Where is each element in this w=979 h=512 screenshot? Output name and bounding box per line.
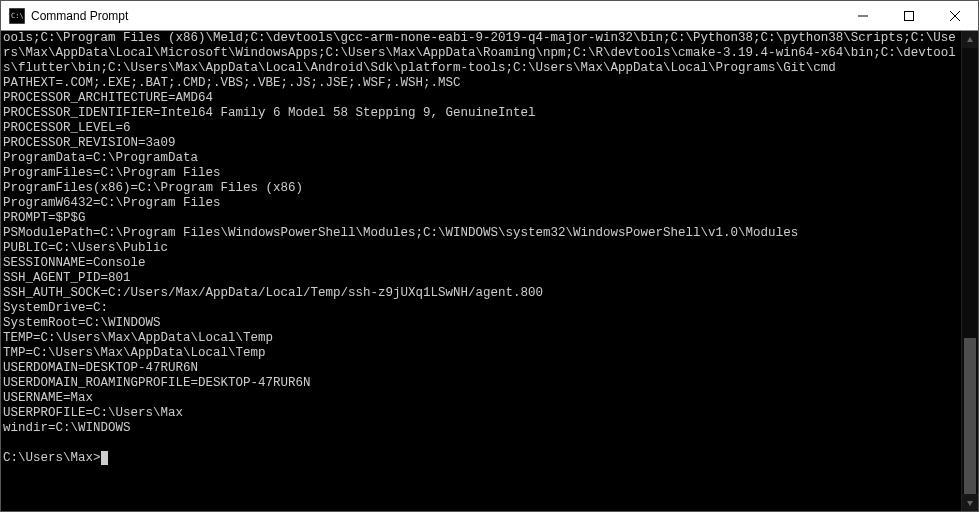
terminal-line: PROCESSOR_IDENTIFIER=Intel64 Family 6 Mo… bbox=[3, 106, 959, 121]
terminal-line: SSH_AGENT_PID=801 bbox=[3, 271, 959, 286]
svg-rect-4 bbox=[905, 11, 914, 20]
svg-marker-8 bbox=[967, 501, 973, 506]
command-prompt-window: C:\ Command Prompt ools;C:\Program Files… bbox=[0, 0, 979, 512]
terminal-line: SystemRoot=C:\WINDOWS bbox=[3, 316, 959, 331]
cmd-icon: C:\ bbox=[9, 8, 25, 24]
terminal-line: USERNAME=Max bbox=[3, 391, 959, 406]
terminal-line: SSH_AUTH_SOCK=C:/Users/Max/AppData/Local… bbox=[3, 286, 959, 301]
terminal-line: SystemDrive=C: bbox=[3, 301, 959, 316]
vertical-scrollbar[interactable] bbox=[961, 31, 978, 511]
terminal-line: PROCESSOR_ARCHITECTURE=AMD64 bbox=[3, 91, 959, 106]
terminal-line bbox=[3, 436, 959, 451]
window-controls bbox=[840, 1, 978, 30]
terminal-line: PUBLIC=C:\Users\Public bbox=[3, 241, 959, 256]
titlebar[interactable]: C:\ Command Prompt bbox=[1, 1, 978, 31]
svg-text:C:\: C:\ bbox=[11, 12, 24, 20]
terminal-line: ProgramFiles=C:\Program Files bbox=[3, 166, 959, 181]
terminal-line: ProgramFiles(x86)=C:\Program Files (x86) bbox=[3, 181, 959, 196]
terminal-line: TEMP=C:\Users\Max\AppData\Local\Temp bbox=[3, 331, 959, 346]
terminal-line: ProgramW6432=C:\Program Files bbox=[3, 196, 959, 211]
terminal-line: PATHEXT=.COM;.EXE;.BAT;.CMD;.VBS;.VBE;.J… bbox=[3, 76, 959, 91]
scroll-down-button[interactable] bbox=[962, 494, 978, 511]
prompt-line[interactable]: C:\Users\Max> bbox=[3, 451, 959, 466]
terminal-line: USERDOMAIN_ROAMINGPROFILE=DESKTOP-47RUR6… bbox=[3, 376, 959, 391]
close-button[interactable] bbox=[932, 1, 978, 30]
maximize-button[interactable] bbox=[886, 1, 932, 30]
terminal-line: ProgramData=C:\ProgramData bbox=[3, 151, 959, 166]
scrollbar-thumb[interactable] bbox=[964, 338, 976, 494]
scrollbar-track[interactable] bbox=[962, 48, 978, 494]
terminal-line: TMP=C:\Users\Max\AppData\Local\Temp bbox=[3, 346, 959, 361]
terminal-output[interactable]: ools;C:\Program Files (x86)\Meld;C:\devt… bbox=[1, 31, 961, 511]
terminal-line: SESSIONNAME=Console bbox=[3, 256, 959, 271]
terminal-line: PSModulePath=C:\Program Files\WindowsPow… bbox=[3, 226, 959, 241]
terminal-line: PROCESSOR_LEVEL=6 bbox=[3, 121, 959, 136]
terminal-line: PROCESSOR_REVISION=3a09 bbox=[3, 136, 959, 151]
scroll-up-button[interactable] bbox=[962, 31, 978, 48]
svg-marker-7 bbox=[967, 37, 973, 42]
terminal-line: USERDOMAIN=DESKTOP-47RUR6N bbox=[3, 361, 959, 376]
window-title: Command Prompt bbox=[31, 9, 128, 23]
terminal-line: ools;C:\Program Files (x86)\Meld;C:\devt… bbox=[3, 31, 959, 76]
terminal-line: windir=C:\WINDOWS bbox=[3, 421, 959, 436]
cursor bbox=[101, 451, 108, 465]
prompt-text: C:\Users\Max> bbox=[3, 451, 101, 466]
terminal-line: USERPROFILE=C:\Users\Max bbox=[3, 406, 959, 421]
terminal-line: PROMPT=$P$G bbox=[3, 211, 959, 226]
minimize-button[interactable] bbox=[840, 1, 886, 30]
terminal-area: ools;C:\Program Files (x86)\Meld;C:\devt… bbox=[1, 31, 978, 511]
